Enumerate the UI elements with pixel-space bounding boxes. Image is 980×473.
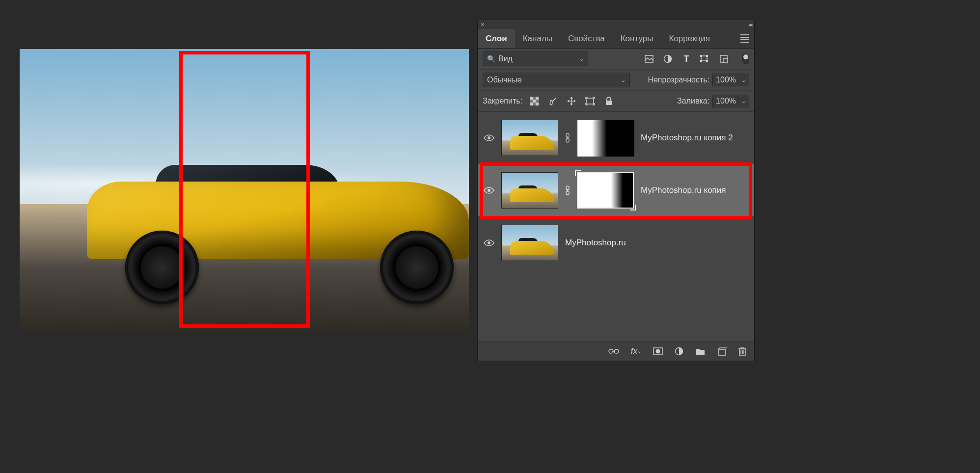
filter-adjustment-icon[interactable]	[663, 54, 673, 64]
filter-shape-icon[interactable]	[700, 54, 710, 64]
tab-paths[interactable]: Контуры	[613, 29, 661, 48]
svg-rect-3	[700, 55, 702, 57]
chevron-down-icon: ⌄	[621, 77, 626, 83]
layer-mask-thumbnail[interactable]	[577, 120, 634, 156]
filter-pixel-icon[interactable]	[644, 54, 654, 64]
opacity-label: Непрозрачность:	[648, 76, 709, 84]
opacity-value: 100%	[716, 76, 736, 84]
close-icon[interactable]: ×	[481, 21, 485, 28]
fill-value: 100%	[716, 97, 736, 105]
layer-thumbnail[interactable]	[501, 225, 558, 261]
layer-filter-label: Вид	[498, 54, 513, 63]
layer-filter-select[interactable]: 🔍 Вид ⌄	[483, 52, 588, 66]
svg-rect-6	[706, 60, 708, 62]
opacity-input[interactable]: 100% ⌄	[712, 74, 749, 86]
lock-pixels-icon[interactable]	[548, 96, 558, 106]
svg-rect-4	[706, 55, 708, 57]
svg-rect-10	[530, 97, 533, 100]
layer-row[interactable]: MyPhotoshop.ru	[478, 217, 754, 269]
visibility-toggle-icon[interactable]	[484, 132, 494, 143]
layer-effects-icon[interactable]: fx⌄	[631, 346, 641, 356]
svg-rect-23	[592, 120, 607, 157]
svg-rect-16	[606, 101, 612, 105]
tab-properties[interactable]: Свойства	[560, 29, 613, 48]
adjustment-layer-icon[interactable]	[675, 347, 683, 356]
tab-adjustments[interactable]: Коррекция	[661, 29, 718, 48]
link-layers-icon[interactable]	[608, 348, 619, 355]
visibility-toggle-icon[interactable]	[484, 185, 494, 196]
group-icon[interactable]	[695, 347, 705, 355]
search-icon: 🔍	[487, 55, 495, 63]
layer-name[interactable]: MyPhotoshop.ru	[565, 238, 626, 248]
svg-rect-30	[611, 173, 623, 208]
tab-channels[interactable]: Каналы	[515, 29, 560, 48]
link-mask-icon[interactable]	[565, 185, 570, 195]
filter-type-icon[interactable]: T	[681, 54, 691, 64]
svg-rect-13	[530, 103, 533, 105]
collapse-icon[interactable]: ◂◂	[748, 22, 751, 28]
link-mask-icon[interactable]	[565, 133, 570, 143]
lock-row: Закрепить: Заливка: 100% ⌄	[478, 91, 754, 112]
lock-transparency-icon[interactable]	[529, 96, 539, 106]
layers-panel: × ◂◂ Слои Каналы Свойства Контуры Коррек…	[477, 20, 755, 361]
layer-name[interactable]: MyPhotoshop.ru копия 2	[641, 133, 733, 143]
svg-point-17	[488, 136, 490, 139]
svg-point-24	[488, 189, 490, 192]
layers-footer: fx⌄	[478, 341, 754, 361]
add-mask-icon[interactable]	[653, 347, 663, 355]
chevron-down-icon: ⌄	[738, 98, 746, 105]
tab-layers[interactable]: Слои	[478, 29, 515, 48]
chevron-down-icon: ⌄	[579, 56, 584, 62]
svg-point-31	[488, 241, 490, 244]
svg-rect-12	[533, 100, 536, 103]
visibility-toggle-icon[interactable]	[484, 237, 494, 248]
layer-name[interactable]: MyPhotoshop.ru копия	[641, 185, 726, 195]
layer-filter-row: 🔍 Вид ⌄ T	[478, 49, 754, 70]
layer-row[interactable]: MyPhotoshop.ru копия	[478, 164, 754, 217]
svg-point-36	[656, 349, 660, 353]
lock-artboard-icon[interactable]	[585, 96, 595, 106]
panel-tabs: Слои Каналы Свойства Контуры Коррекция	[478, 29, 754, 49]
layer-thumbnail[interactable]	[501, 172, 558, 209]
svg-rect-29	[578, 173, 611, 208]
fill-input[interactable]: 100% ⌄	[712, 95, 749, 107]
panel-menu-icon[interactable]	[735, 34, 754, 43]
layers-list: MyPhotoshop.ru копия 2 MyPhotoshop.ru ко…	[478, 112, 754, 341]
svg-rect-11	[536, 97, 539, 100]
lock-all-icon[interactable]	[604, 96, 614, 106]
blend-row: Обычные ⌄ Непрозрачность: 100% ⌄	[478, 70, 754, 91]
layer-thumbnail[interactable]	[501, 120, 558, 156]
layer-mask-thumbnail[interactable]	[577, 172, 634, 209]
panel-topbar: × ◂◂	[478, 20, 754, 29]
fill-label: Заливка:	[677, 97, 709, 105]
canvas-car	[87, 157, 469, 298]
blend-mode-select[interactable]: Обычные ⌄	[483, 73, 630, 87]
delete-layer-icon[interactable]	[738, 347, 746, 356]
lock-position-icon[interactable]	[567, 96, 576, 106]
blend-mode-value: Обычные	[487, 76, 522, 84]
filter-smartobject-icon[interactable]	[719, 54, 729, 64]
svg-rect-8	[723, 58, 728, 63]
layer-row[interactable]: MyPhotoshop.ru копия 2	[478, 112, 754, 164]
document-canvas[interactable]	[20, 49, 469, 331]
svg-rect-14	[536, 103, 539, 105]
svg-rect-22	[577, 120, 592, 157]
svg-rect-38	[718, 349, 726, 355]
svg-rect-5	[700, 60, 702, 62]
filter-toggle[interactable]	[742, 53, 749, 64]
new-layer-icon[interactable]	[717, 347, 727, 356]
svg-rect-15	[587, 98, 594, 104]
lock-label: Закрепить:	[483, 97, 522, 105]
chevron-down-icon: ⌄	[738, 77, 746, 83]
